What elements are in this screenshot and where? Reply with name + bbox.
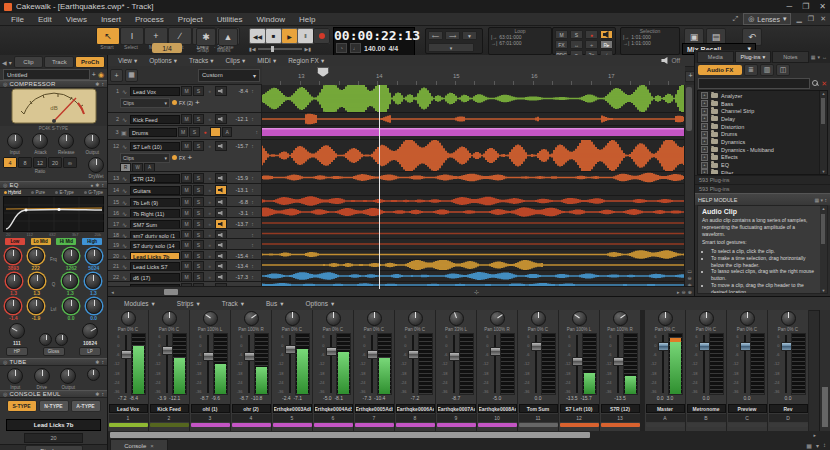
- goto-start-icon[interactable]: ▮◀: [249, 46, 256, 52]
- menu-item-window[interactable]: Window: [250, 15, 292, 24]
- trackview-menu-options[interactable]: Options▾: [143, 57, 183, 65]
- track-header[interactable]: 18∿sm7 durty solo (1MS●↕: [108, 229, 262, 238]
- search-input[interactable]: [698, 78, 810, 89]
- ratio-20-button[interactable]: 20: [48, 157, 62, 168]
- solo-button[interactable]: S: [193, 141, 204, 151]
- close-button[interactable]: ✕: [819, 2, 826, 11]
- ratio-12-button[interactable]: 12: [33, 157, 47, 168]
- menu-item-project[interactable]: Project: [171, 15, 210, 24]
- marks-button[interactable]: ▲: [218, 28, 238, 46]
- console-type-n-type[interactable]: N-TYPE: [39, 400, 69, 412]
- clip-lane[interactable]: [262, 184, 685, 195]
- lenses-dropdown[interactable]: ◎ Lenses ▾: [743, 13, 791, 25]
- clip-lane[interactable]: [262, 126, 685, 139]
- track-manager-icon[interactable]: ▦: [125, 69, 138, 82]
- pan-knob[interactable]: [490, 311, 505, 326]
- tempo-value[interactable]: 140.00: [364, 45, 385, 52]
- track-header[interactable]: 17∿SM7 SumMS●-13.7↕: [108, 218, 262, 228]
- eq-frequency-knob[interactable]: [63, 248, 79, 264]
- input-knob[interactable]: [7, 133, 23, 149]
- step-dropdown[interactable]: ▾: [428, 43, 474, 52]
- pan-knob[interactable]: [781, 311, 796, 326]
- band-low-button[interactable]: Low: [5, 238, 25, 245]
- console-menu-strips[interactable]: Strips▾: [167, 300, 210, 308]
- drywet-knob[interactable]: [88, 157, 104, 173]
- dock-icon[interactable]: ▦: [806, 442, 812, 449]
- mute-button[interactable]: M: [181, 240, 192, 249]
- eq-q-knob[interactable]: [85, 273, 101, 289]
- mute-button[interactable]: M: [181, 272, 192, 281]
- speaker-icon[interactable]: [215, 240, 227, 249]
- pause-button[interactable]: ‖: [297, 28, 314, 44]
- close-icon[interactable]: ×: [150, 443, 154, 449]
- expand-plus-icon[interactable]: +: [701, 146, 708, 153]
- volume-fader[interactable]: [367, 333, 376, 395]
- stop-button[interactable]: ■: [265, 28, 282, 44]
- track-header[interactable]: 22∿d6 (17)MS●-17.3↕: [108, 271, 262, 281]
- volume-fader[interactable]: [449, 333, 458, 395]
- expand-plus-icon[interactable]: +: [701, 92, 708, 99]
- console-menu-track[interactable]: Track▾: [212, 300, 254, 308]
- eq-q-knob[interactable]: [62, 273, 78, 289]
- pan-knob[interactable]: [699, 311, 714, 326]
- browser-tab-media[interactable]: Media: [697, 51, 734, 63]
- speaker-icon[interactable]: [215, 114, 227, 124]
- clips-dropdown[interactable]: Clips▾: [120, 153, 170, 163]
- step-back-button[interactable]: ⟵: [428, 31, 443, 40]
- snap-resolution-button[interactable]: 1/4: [152, 43, 182, 53]
- collapse-icon[interactable]: ↕: [102, 391, 105, 397]
- track-name[interactable]: 7b Left (9): [130, 198, 180, 207]
- record-arm-button[interactable]: ●: [205, 142, 214, 150]
- solo-button[interactable]: S: [193, 272, 204, 281]
- expand-plus-icon[interactable]: +: [701, 108, 708, 115]
- solo-button[interactable]: S: [193, 86, 204, 96]
- gloss-button[interactable]: Gloss: [43, 347, 65, 356]
- trackview-menu-region-fx[interactable]: Region FX▾: [282, 57, 330, 65]
- tool-smart-button[interactable]: ↖: [96, 27, 120, 45]
- track-name[interactable]: SM7 Sum: [130, 220, 180, 229]
- fx-global-button[interactable]: FX: [555, 40, 568, 49]
- collapse-icon[interactable]: ↕: [102, 81, 105, 87]
- transport-position-slider[interactable]: ▮◀ ▶▮: [249, 46, 311, 52]
- step-forward-button[interactable]: ⟶: [445, 31, 460, 40]
- clear-search-icon[interactable]: ✕: [821, 80, 827, 88]
- play-button[interactable]: ▶: [281, 28, 298, 44]
- tube-header[interactable]: ◎ TUBE ✱ ↕: [0, 358, 107, 366]
- clip-lane[interactable]: [262, 113, 685, 125]
- mute-button[interactable]: M: [181, 208, 192, 217]
- clip-lane[interactable]: [262, 229, 685, 238]
- minimize-button[interactable]: ─: [786, 2, 792, 11]
- eq-mode-g-type[interactable]: G-Type: [84, 190, 103, 195]
- preset-field[interactable]: Untitled: [3, 69, 90, 80]
- scroll-thumb[interactable]: [164, 289, 178, 295]
- expand-plus-icon[interactable]: +: [701, 131, 708, 138]
- clips-vertical-scrollbar[interactable]: ▭ ⊖ ⊕: [684, 85, 694, 289]
- solo-button[interactable]: S: [193, 114, 204, 124]
- browser-tab-notes[interactable]: Notes: [772, 51, 809, 63]
- pan-knob[interactable]: [408, 311, 423, 326]
- track-header[interactable]: 16∿7b Right (11)MS●-3.1↕: [108, 207, 262, 217]
- console-menu-modules[interactable]: Modules▾: [114, 300, 165, 308]
- volume-fader[interactable]: [658, 333, 667, 395]
- track-name[interactable]: Drums: [129, 128, 177, 137]
- expand-icon[interactable]: ↕: [249, 210, 256, 216]
- expand-icon[interactable]: ↕: [249, 116, 256, 122]
- expand-icon[interactable]: ↕: [249, 187, 256, 193]
- solo-button[interactable]: S: [189, 127, 200, 137]
- gear-icon[interactable]: ✱: [95, 391, 99, 397]
- chevron-down-icon[interactable]: ▾: [816, 442, 819, 449]
- expand-icon[interactable]: ↕: [249, 199, 256, 205]
- pan-knob[interactable]: [203, 311, 218, 326]
- expand-plus-icon[interactable]: +: [701, 115, 708, 122]
- sort-icon[interactable]: ≣: [744, 64, 758, 76]
- track-name[interactable]: sm7 durty solo (1: [130, 231, 180, 239]
- clip-lane[interactable]: [262, 218, 685, 228]
- speaker-icon[interactable]: [215, 219, 227, 228]
- trackview-menu-midi[interactable]: MIDI▾: [251, 57, 282, 65]
- module-power-icon[interactable]: ◎: [3, 391, 7, 397]
- eq-level-knob[interactable]: [28, 298, 44, 314]
- dim-mute-button[interactable]: M: [555, 30, 568, 39]
- add-track-button[interactable]: +: [110, 69, 123, 82]
- mdi-button-1[interactable]: ❐: [808, 15, 814, 23]
- eq-q-knob[interactable]: [6, 273, 22, 289]
